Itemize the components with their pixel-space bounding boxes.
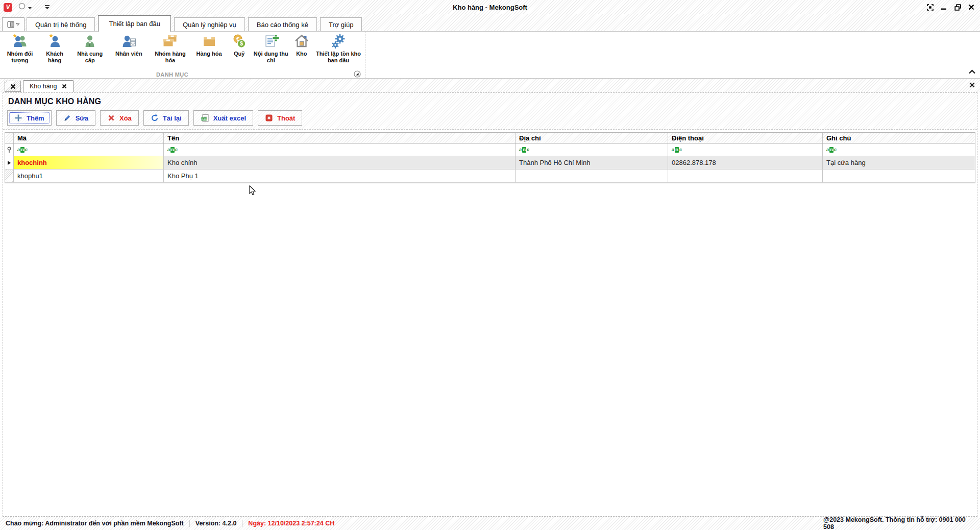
filter-cell-dia-chi[interactable]: aBc bbox=[516, 143, 668, 156]
warehouse-house-icon bbox=[293, 33, 310, 50]
restore-icon[interactable] bbox=[953, 3, 962, 12]
customer-icon bbox=[46, 33, 63, 50]
cell-ghi-chu[interactable]: Tại cửa hàng bbox=[823, 156, 975, 169]
filter-pin-icon bbox=[7, 147, 12, 153]
minimize-icon[interactable] bbox=[939, 3, 948, 12]
tab-close-icon[interactable] bbox=[62, 84, 67, 89]
ribbon-items: Nhóm đối tượng Khách hàng Nhà cung cấp bbox=[0, 32, 365, 64]
statusbar-separator bbox=[189, 520, 190, 527]
cell-ten[interactable]: Kho Phụ 1 bbox=[164, 170, 516, 182]
svg-text:$: $ bbox=[240, 40, 243, 46]
grid-area: Mã Tên Địa chỉ Điện thoại Ghi chú aBc aB… bbox=[3, 130, 977, 516]
export-excel-button-label: Xuất excel bbox=[213, 114, 246, 122]
chevron-down-icon bbox=[16, 23, 20, 26]
filter-cell-ten[interactable]: aBc bbox=[164, 143, 516, 156]
statusbar-version: Version: 4.2.0 bbox=[195, 520, 237, 527]
edit-pencil-icon bbox=[63, 114, 71, 122]
ribbon-item-label: Khách hàng bbox=[40, 51, 69, 64]
ribbon-item-kho[interactable]: Kho bbox=[291, 33, 312, 57]
exit-button[interactable]: Thoát bbox=[258, 110, 302, 126]
list-icon bbox=[7, 21, 15, 28]
close-icon[interactable] bbox=[967, 3, 976, 12]
chevron-down-icon[interactable] bbox=[28, 3, 32, 12]
ribbon-item-label: Nhóm hàng hóa bbox=[150, 51, 190, 64]
refresh-icon bbox=[151, 114, 159, 122]
close-all-tabs-button[interactable] bbox=[5, 81, 21, 92]
excel-export-icon: XLSX bbox=[201, 114, 209, 122]
filter-cell-dien-thoai[interactable]: aBc bbox=[668, 143, 823, 156]
column-header-ghi-chu[interactable]: Ghi chú bbox=[823, 133, 975, 143]
cell-ma[interactable]: khochinh bbox=[14, 156, 164, 169]
row-indicator bbox=[5, 170, 14, 182]
export-excel-button[interactable]: XLSX Xuất excel bbox=[193, 110, 253, 126]
ribbon-item-nhom-doi-tuong[interactable]: Nhóm đối tượng bbox=[3, 33, 37, 64]
staff-icon bbox=[120, 33, 137, 50]
ribbon-item-khach-hang[interactable]: Khách hàng bbox=[40, 33, 69, 64]
document-tab-kho-hang[interactable]: Kho hàng bbox=[23, 80, 74, 92]
ribbon-item-label: Thiết lập tồn kho ban đầu bbox=[315, 51, 362, 64]
titlebar: V Kho hàng - MekongSoft bbox=[0, 0, 980, 14]
delete-button[interactable]: Xóa bbox=[100, 110, 139, 126]
column-header-dia-chi[interactable]: Địa chỉ bbox=[516, 133, 668, 143]
ribbon-tab-quan-tri-he-thong[interactable]: Quản trị hệ thống bbox=[27, 17, 95, 32]
filter-cell-ghi-chu[interactable]: aBc bbox=[823, 143, 975, 156]
ribbon-tab-thiet-lap-ban-dau[interactable]: Thiết lập ban đầu bbox=[98, 15, 170, 32]
cashflow-note-icon bbox=[263, 33, 279, 50]
edit-button[interactable]: Sửa bbox=[56, 110, 95, 126]
column-header-ten[interactable]: Tên bbox=[164, 133, 516, 143]
grid-filter-row: aBc aBc aBc aBc aBc bbox=[5, 143, 975, 156]
people-group-icon bbox=[12, 33, 28, 50]
panel-header: DANH MỤC KHO HÀNG Thêm Sửa Xóa Tải lại bbox=[3, 93, 977, 130]
ribbon-item-label: Nhân viên bbox=[115, 51, 142, 57]
ribbon-item-nhom-hang-hoa[interactable]: Nhóm hàng hóa bbox=[150, 33, 190, 64]
ribbon-item-label: Quỹ bbox=[234, 51, 244, 57]
ribbon-item-nha-cung-cap[interactable]: Nhà cung cấp bbox=[72, 33, 107, 64]
ribbon-item-thiet-lap-ton-kho-ban-dau[interactable]: Thiết lập tồn kho ban đầu bbox=[315, 33, 362, 64]
customize-toolbar-icon[interactable] bbox=[44, 3, 50, 12]
statusbar-welcome: Chào mừng: Administrator đến với phần mề… bbox=[6, 520, 184, 527]
cell-dia-chi[interactable]: Thành Phố Hồ Chí Minh bbox=[516, 156, 668, 169]
ribbon-item-nhan-vien[interactable]: Nhân viên bbox=[110, 33, 147, 57]
filter-row-indicator bbox=[5, 143, 14, 156]
window-controls bbox=[925, 0, 976, 14]
ribbon-group-collapse-button[interactable] bbox=[354, 70, 361, 78]
ribbon-tab-bao-cao-thong-ke[interactable]: Báo cáo thống kê bbox=[248, 17, 317, 32]
reload-button[interactable]: Tải lại bbox=[143, 110, 189, 126]
statusbar-separator bbox=[242, 520, 242, 527]
warehouse-grid: Mã Tên Địa chỉ Điện thoại Ghi chú aBc aB… bbox=[5, 132, 975, 183]
statusbar: Chào mừng: Administrator đến với phần mề… bbox=[0, 517, 980, 530]
ribbon-tab-tro-giup[interactable]: Trợ giúp bbox=[320, 17, 362, 32]
ribbon-item-label: Hàng hóa bbox=[196, 51, 222, 57]
toolbar: Thêm Sửa Xóa Tải lại bbox=[3, 108, 977, 130]
ribbon-tab-quan-ly-nghiep-vu[interactable]: Quản lý nghiệp vụ bbox=[174, 17, 245, 32]
add-button[interactable]: Thêm bbox=[7, 110, 52, 126]
tabstrip-close-icon[interactable] bbox=[969, 81, 975, 90]
quick-access-circle-icon[interactable] bbox=[18, 3, 26, 12]
table-row[interactable]: khophu1 Kho Phụ 1 bbox=[5, 170, 975, 183]
column-header-dien-thoai[interactable]: Điện thoại bbox=[668, 133, 823, 143]
ribbon-group-danh-muc: Nhóm đối tượng Khách hàng Nhà cung cấp bbox=[0, 32, 365, 78]
cell-ma[interactable]: khophu1 bbox=[14, 170, 164, 182]
cell-ghi-chu[interactable] bbox=[823, 170, 975, 182]
window-title: Kho hàng - MekongSoft bbox=[0, 4, 980, 11]
ribbon-item-noi-dung-thu-chi[interactable]: Nội dung thu chi bbox=[254, 33, 288, 64]
ribbon-collapse-chevron-icon[interactable] bbox=[968, 67, 976, 76]
initial-stock-gears-icon bbox=[330, 33, 347, 50]
ribbon-item-label: Nhà cung cấp bbox=[72, 51, 107, 64]
ribbon-item-quy[interactable]: € $ Quỹ bbox=[228, 33, 251, 57]
app-menu-button[interactable] bbox=[2, 17, 24, 32]
exit-button-label: Thoát bbox=[277, 114, 295, 122]
cell-dien-thoai[interactable] bbox=[668, 170, 823, 182]
filter-cell-ma[interactable]: aBc bbox=[14, 143, 164, 156]
svg-text:XLSX: XLSX bbox=[201, 118, 207, 121]
cell-dia-chi[interactable] bbox=[516, 170, 668, 182]
column-header-ma[interactable]: Mã bbox=[14, 133, 164, 143]
ribbon-item-hang-hoa[interactable]: Hàng hóa bbox=[193, 33, 225, 57]
cell-dien-thoai[interactable]: 02862.878.178 bbox=[668, 156, 823, 169]
cell-ten[interactable]: Kho chính bbox=[164, 156, 516, 169]
document-tabstrip: Kho hàng bbox=[0, 79, 980, 92]
funds-coins-icon: € $ bbox=[231, 33, 248, 50]
table-row[interactable]: khochinh Kho chính Thành Phố Hồ Chí Minh… bbox=[5, 156, 975, 170]
grid-header-row: Mã Tên Địa chỉ Điện thoại Ghi chú bbox=[5, 133, 975, 143]
fullscreen-icon[interactable] bbox=[925, 3, 935, 12]
